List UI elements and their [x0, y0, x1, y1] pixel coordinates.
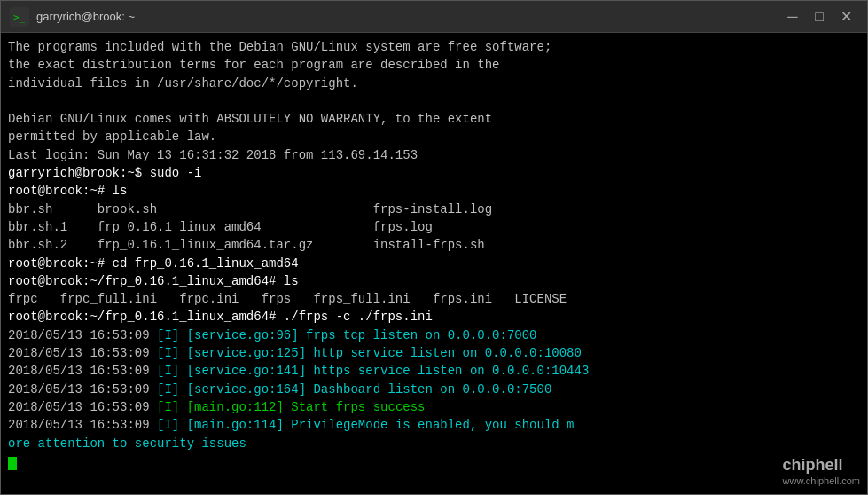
- watermark: chiphell www.chiphell.com: [783, 456, 860, 487]
- terminal-output[interactable]: The programs included with the Debian GN…: [1, 33, 867, 494]
- window-controls: ─ □ ✕: [780, 4, 858, 29]
- titlebar: >_ garryrich@brook: ~ ─ □ ✕: [1, 1, 867, 33]
- maximize-button[interactable]: □: [807, 4, 832, 29]
- window-title: garryrich@brook: ~: [36, 10, 780, 23]
- minimize-button[interactable]: ─: [780, 4, 805, 29]
- close-button[interactable]: ✕: [833, 4, 858, 29]
- terminal-window: >_ garryrich@brook: ~ ─ □ ✕ The programs…: [0, 0, 868, 495]
- terminal-text: The programs included with the Debian GN…: [8, 38, 860, 470]
- terminal-icon: >_: [10, 7, 29, 27]
- svg-text:>_: >_: [13, 12, 26, 23]
